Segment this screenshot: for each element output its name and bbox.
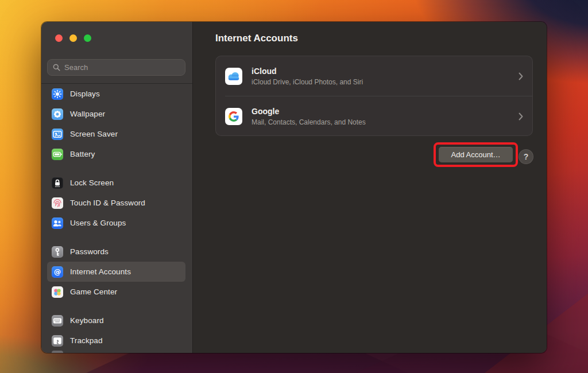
account-description: Mail, Contacts, Calendars, and Notes: [252, 118, 366, 126]
annotation-highlight-box: Add Account…: [434, 142, 518, 167]
page-title: Internet Accounts: [215, 33, 298, 44]
sidebar-item-label: Lock Screen: [70, 178, 114, 187]
screen-saver-icon: [52, 129, 63, 140]
at-sign-icon: @: [52, 266, 63, 278]
sidebar-item-label: Screen Saver: [70, 130, 118, 138]
svg-text:@: @: [54, 267, 61, 276]
sidebar-item-users-groups[interactable]: Users & Groups: [47, 213, 185, 233]
sidebar-item-label: Trackpad: [70, 336, 103, 345]
nav-group-display: Displays Wallpaper Screen Saver: [47, 84, 185, 164]
lock-icon: [52, 177, 63, 189]
sidebar-item-label: Displays: [70, 90, 100, 98]
account-text: Google Mail, Contacts, Calendars, and No…: [252, 107, 366, 126]
game-center-icon: [52, 286, 63, 298]
partial-sidebar-icon: [52, 351, 63, 353]
sidebar-item-label: Internet Accounts: [70, 267, 131, 276]
account-name: Google: [252, 107, 366, 116]
sidebar-item-trackpad[interactable]: Trackpad: [47, 331, 185, 351]
internet-accounts-pane: Internet Accounts iCloud iCloud Drive, i…: [193, 22, 547, 353]
sidebar-item-label: Users & Groups: [70, 219, 126, 227]
sidebar-item-internet-accounts[interactable]: @ Internet Accounts: [47, 262, 185, 282]
system-settings-window: Displays Wallpaper Screen Saver: [41, 22, 547, 353]
accounts-card: iCloud iCloud Drive, iCloud Photos, and …: [215, 56, 533, 136]
sidebar-item-keyboard[interactable]: Keyboard: [47, 310, 185, 331]
help-button[interactable]: ?: [519, 149, 533, 164]
account-row-icloud[interactable]: iCloud iCloud Drive, iCloud Photos, and …: [216, 56, 532, 96]
sidebar-item-displays[interactable]: Displays: [47, 84, 185, 104]
nav-group-input: Keyboard Trackpad: [47, 310, 185, 351]
sidebar-item-wallpaper[interactable]: Wallpaper: [47, 104, 185, 124]
sidebar-item-label: Game Center: [70, 287, 117, 296]
account-text: iCloud iCloud Drive, iCloud Photos, and …: [252, 67, 363, 86]
account-name: iCloud: [252, 67, 363, 76]
search-input[interactable]: [64, 63, 180, 72]
sidebar-item-label: Battery: [70, 150, 95, 158]
sidebar-item-label: Wallpaper: [70, 110, 105, 118]
google-icon: [225, 108, 242, 125]
fingerprint-icon: [52, 197, 63, 209]
zoom-button[interactable]: [84, 34, 91, 42]
sidebar: Displays Wallpaper Screen Saver: [41, 22, 193, 353]
sidebar-item-game-center[interactable]: Game Center: [47, 282, 185, 302]
sidebar-item-passwords[interactable]: Passwords: [47, 242, 185, 262]
sidebar-item-screen-saver[interactable]: Screen Saver: [47, 124, 185, 144]
account-description: iCloud Drive, iCloud Photos, and Siri: [252, 78, 363, 86]
icloud-icon: [225, 68, 242, 85]
users-icon: [52, 217, 63, 229]
minimize-button[interactable]: [69, 34, 77, 42]
sidebar-item-label: Touch ID & Password: [70, 199, 145, 207]
close-button[interactable]: [55, 34, 63, 42]
sidebar-item-lock-screen[interactable]: Lock Screen: [47, 173, 185, 193]
sidebar-item-battery[interactable]: Battery: [47, 144, 185, 164]
keyboard-icon: [52, 315, 63, 327]
sidebar-nav: Displays Wallpaper Screen Saver: [47, 84, 185, 353]
key-icon: [52, 246, 63, 258]
trackpad-icon: [52, 335, 63, 347]
desktop: { "window": { "traffic_lights": { "close…: [0, 0, 588, 373]
add-account-button[interactable]: Add Account…: [439, 147, 513, 162]
chevron-right-icon: [519, 72, 523, 80]
traffic-lights: [55, 34, 91, 42]
chevron-right-icon: [519, 112, 523, 121]
nav-group-security: Lock Screen Touch ID & Password Users & …: [47, 173, 185, 233]
account-row-google[interactable]: Google Mail, Contacts, Calendars, and No…: [216, 96, 532, 136]
nav-group-accounts: Passwords @ Internet Accounts Game Cente…: [47, 242, 185, 302]
search-field[interactable]: [47, 59, 185, 76]
sidebar-item-label: Keyboard: [70, 316, 104, 325]
search-icon: [53, 64, 60, 71]
displays-icon: [52, 88, 63, 100]
sidebar-item-touch-id[interactable]: Touch ID & Password: [47, 193, 185, 213]
wallpaper-icon: [52, 108, 63, 120]
sidebar-item-label: Passwords: [70, 247, 109, 256]
battery-icon: [52, 149, 63, 160]
